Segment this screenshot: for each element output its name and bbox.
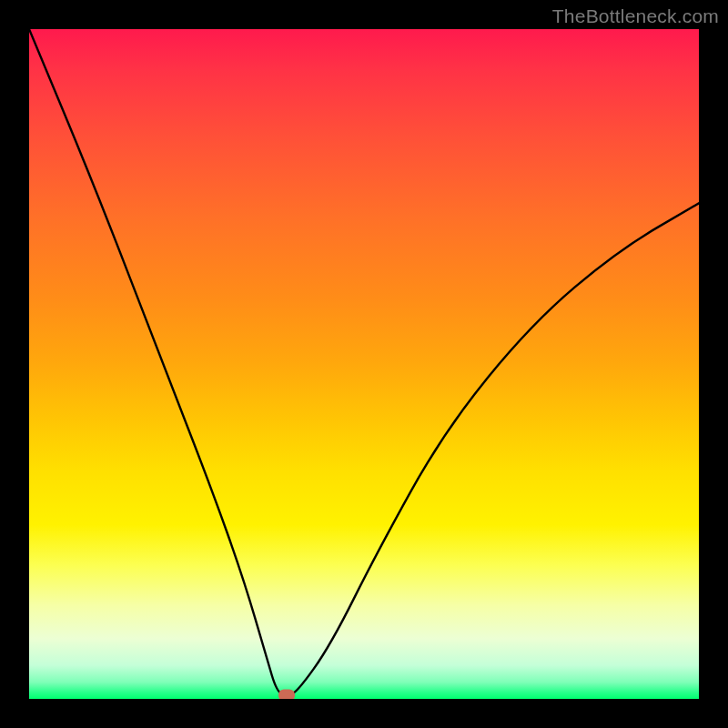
watermark-text: TheBottleneck.com [552, 5, 719, 27]
minimum-marker [278, 690, 295, 699]
bottleneck-curve [29, 29, 699, 699]
plot-area [29, 29, 699, 699]
chart-frame: TheBottleneck.com [0, 0, 728, 728]
